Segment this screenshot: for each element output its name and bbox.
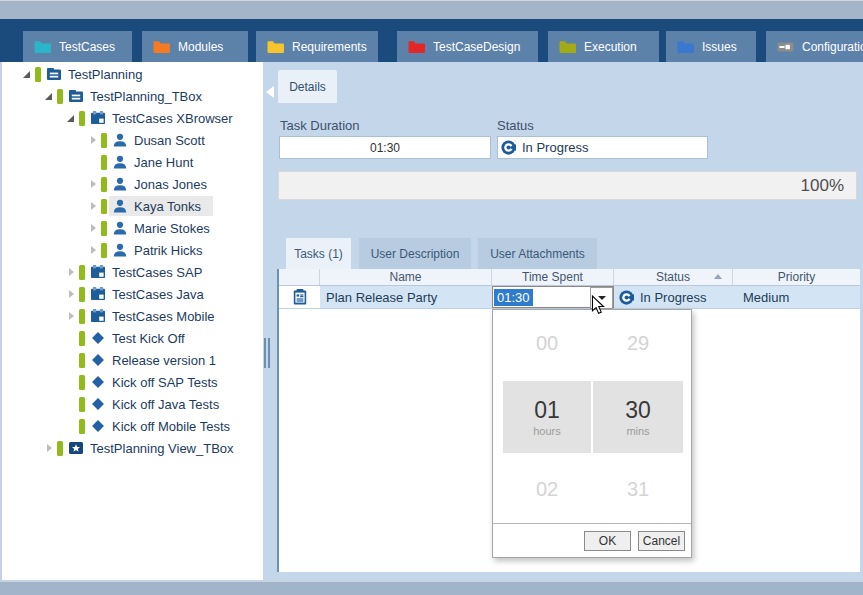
tree-item-testcases-xbrowser[interactable]: TestCases XBrowser bbox=[2, 107, 263, 129]
green-bar-icon bbox=[79, 265, 85, 280]
column-header-name[interactable]: Name bbox=[320, 269, 492, 285]
time-picker-popup: 00 29 01 hours 30 mins 02 31 OK Cancel bbox=[492, 309, 692, 558]
tree-item-label: Kick off Mobile Tests bbox=[112, 419, 230, 434]
mins-next-option[interactable]: 31 bbox=[593, 478, 683, 501]
person-icon bbox=[112, 242, 128, 258]
tree-item-label: Kaya Tonks bbox=[134, 199, 201, 214]
tree-item-test-kick-off[interactable]: Test Kick Off bbox=[2, 327, 263, 349]
column-header-priority[interactable]: Priority bbox=[733, 269, 860, 285]
progress-value: 100% bbox=[801, 176, 844, 196]
mins-selected-box[interactable]: 30 mins bbox=[593, 381, 683, 453]
green-bar-icon bbox=[101, 221, 107, 236]
tab-testcases[interactable]: TestCases bbox=[23, 31, 132, 62]
column-header-status[interactable]: Status bbox=[614, 269, 733, 285]
tree-item-kick-off-sap-tests[interactable]: Kick off SAP Tests bbox=[2, 371, 263, 393]
green-bar-icon bbox=[79, 397, 85, 412]
column-header-icon[interactable] bbox=[279, 269, 320, 285]
connector-icon bbox=[777, 40, 794, 54]
tab-tasks[interactable]: Tasks (1) bbox=[286, 238, 351, 270]
priority-cell[interactable]: Medium bbox=[733, 286, 860, 308]
diamond-icon bbox=[90, 352, 106, 368]
tab-label: TestCases bbox=[59, 40, 115, 54]
tab-configuration[interactable]: Configuration bbox=[766, 31, 863, 62]
progress-bar: 100% bbox=[278, 171, 857, 200]
tree-item-marie-stokes[interactable]: Marie Stokes bbox=[2, 217, 263, 239]
expander-collapsed-icon[interactable] bbox=[87, 217, 101, 239]
tree-item-release-version-1[interactable]: Release version 1 bbox=[2, 349, 263, 371]
tree-item-testcases-mobile[interactable]: TestCases Mobile bbox=[2, 305, 263, 327]
expander-expanded-icon[interactable] bbox=[65, 107, 79, 129]
tree-item-label: TestCases Mobile bbox=[112, 309, 215, 324]
tab-details[interactable]: Details bbox=[278, 70, 337, 103]
tree-item-patrik-hicks[interactable]: Patrik Hicks bbox=[2, 239, 263, 261]
table-header: Name Time Spent Status Priority bbox=[279, 269, 860, 286]
window-top-strip bbox=[0, 0, 863, 19]
expander-collapsed-icon[interactable] bbox=[87, 129, 101, 151]
person-icon bbox=[112, 220, 128, 236]
name-cell[interactable]: Plan Release Party bbox=[320, 286, 492, 308]
status-label: Status bbox=[497, 118, 534, 133]
expander-collapsed-icon[interactable] bbox=[43, 437, 57, 459]
tree-item-label: TestPlanning_TBox bbox=[90, 89, 202, 104]
tree-item-testplanning-tbox[interactable]: TestPlanning_TBox bbox=[2, 85, 263, 107]
hours-next-option[interactable]: 02 bbox=[503, 478, 591, 501]
tree-item-testplanning[interactable]: TestPlanning bbox=[2, 63, 263, 85]
folder-icon bbox=[153, 40, 170, 54]
expander-collapsed-icon[interactable] bbox=[87, 239, 101, 261]
tab-label: Modules bbox=[178, 40, 223, 54]
tab-modules[interactable]: Modules bbox=[142, 31, 248, 62]
tree-item-testcases-sap[interactable]: TestCases SAP bbox=[2, 261, 263, 283]
tree-item-testcases-java[interactable]: TestCases Java bbox=[2, 283, 263, 305]
time-spent-value-selected[interactable]: 01:30 bbox=[494, 289, 533, 306]
tree-item-kick-off-java-tests[interactable]: Kick off Java Tests bbox=[2, 393, 263, 415]
tab-issues[interactable]: Issues bbox=[666, 31, 756, 62]
green-bar-icon bbox=[101, 243, 107, 258]
tab-execution[interactable]: Execution bbox=[548, 31, 659, 62]
tab-label: Configuration bbox=[802, 40, 863, 54]
green-bar-icon bbox=[57, 441, 63, 456]
splitter-grip-icon[interactable] bbox=[264, 338, 270, 368]
expander-spacer bbox=[87, 151, 101, 173]
tree-item-jonas-jones[interactable]: Jonas Jones bbox=[2, 173, 263, 195]
tree-item-dusan-scott[interactable]: Dusan Scott bbox=[2, 129, 263, 151]
table-row-plan-release-party[interactable]: Plan Release Party 01:30 In Progress Med… bbox=[279, 286, 860, 309]
expander-collapsed-icon[interactable] bbox=[65, 283, 79, 305]
tab-testcasedesign[interactable]: TestCaseDesign bbox=[397, 31, 538, 62]
expander-collapsed-icon[interactable] bbox=[65, 305, 79, 327]
main-navigation-bar: TestCases Modules Requirements TestCaseD… bbox=[0, 19, 863, 62]
tree-item-label: TestCases XBrowser bbox=[112, 111, 233, 126]
folder-icon bbox=[267, 40, 284, 54]
expander-collapsed-icon[interactable] bbox=[65, 261, 79, 283]
task-duration-input[interactable]: 01:30 bbox=[279, 136, 491, 159]
tree-item-kick-off-mobile-tests[interactable]: Kick off Mobile Tests bbox=[2, 415, 263, 437]
hours-selected-box[interactable]: 01 hours bbox=[503, 381, 591, 453]
expander-expanded-icon[interactable] bbox=[21, 63, 35, 85]
collapse-panel-icon[interactable] bbox=[266, 86, 274, 98]
tree-item-kaya-tonks-selected[interactable]: Kaya Tonks bbox=[2, 195, 263, 217]
tree-item-label: Dusan Scott bbox=[134, 133, 205, 148]
mins-prev-option[interactable]: 29 bbox=[593, 332, 683, 355]
cancel-button[interactable]: Cancel bbox=[638, 531, 685, 551]
tree-item-label: Kick off SAP Tests bbox=[112, 375, 218, 390]
expander-collapsed-icon[interactable] bbox=[87, 173, 101, 195]
tab-label: TestCaseDesign bbox=[433, 40, 520, 54]
status-cell[interactable]: In Progress bbox=[614, 286, 733, 308]
status-input[interactable]: In Progress bbox=[497, 136, 708, 159]
green-bar-icon bbox=[57, 89, 63, 104]
green-bar-icon bbox=[101, 133, 107, 148]
expander-collapsed-icon[interactable] bbox=[87, 195, 101, 217]
tree-item-label: Jonas Jones bbox=[134, 177, 207, 192]
green-bar-icon bbox=[79, 111, 85, 126]
tab-user-attachments[interactable]: User Attachments bbox=[478, 238, 597, 269]
ok-button[interactable]: OK bbox=[584, 531, 631, 551]
tree-item-testplanning-view-tbox[interactable]: TestPlanning View_TBox bbox=[2, 437, 263, 459]
tree-item-jane-hunt[interactable]: Jane Hunt bbox=[2, 151, 263, 173]
column-header-time-spent[interactable]: Time Spent bbox=[492, 269, 614, 285]
hours-prev-option[interactable]: 00 bbox=[503, 332, 591, 355]
calendar-icon bbox=[90, 286, 106, 302]
tab-user-description[interactable]: User Description bbox=[359, 238, 471, 269]
tab-requirements[interactable]: Requirements bbox=[256, 31, 378, 62]
green-bar-icon bbox=[79, 375, 85, 390]
expander-spacer bbox=[65, 349, 79, 371]
expander-expanded-icon[interactable] bbox=[43, 85, 57, 107]
